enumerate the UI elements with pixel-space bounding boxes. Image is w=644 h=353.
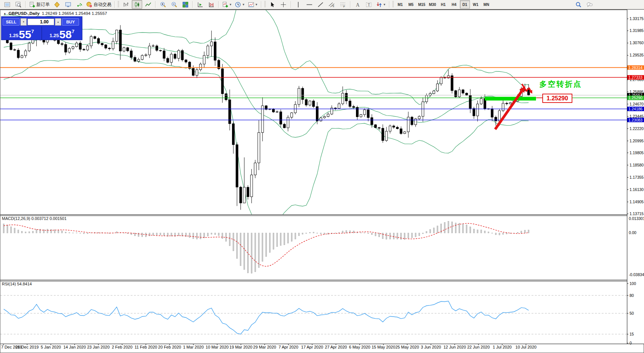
- navigator-button[interactable]: [13, 0, 23, 9]
- periods-button[interactable]: ▼: [234, 0, 246, 9]
- text-tool-button[interactable]: A: [353, 0, 363, 9]
- toolbar-grip[interactable]: [264, 1, 266, 8]
- buy-price-small: 1.25: [50, 33, 59, 38]
- toolbar-grip[interactable]: [392, 1, 394, 8]
- svg-text:15 May 2020: 15 May 2020: [372, 345, 395, 349]
- dropdown-caret-icon[interactable]: ▼: [242, 3, 245, 6]
- timeframe-m5[interactable]: M5: [406, 0, 416, 9]
- horizontal-line-button[interactable]: [304, 0, 315, 9]
- terminal-button[interactable]: [63, 0, 73, 9]
- toolbar-separator: [218, 1, 219, 8]
- cursor-button[interactable]: [267, 0, 278, 9]
- svg-text:1.28314: 1.28314: [628, 65, 643, 70]
- zoom-out-button[interactable]: [169, 0, 179, 9]
- svg-text:27 Apr 2020: 27 Apr 2020: [325, 345, 347, 349]
- price-axis[interactable]: 1.331751.319851.307601.295351.270851.258…: [627, 10, 644, 345]
- svg-text:1.27333: 1.27333: [628, 75, 643, 80]
- buy-price-display[interactable]: 1.25 58 7: [42, 26, 82, 41]
- svg-text:0: 0: [630, 341, 632, 345]
- svg-text:1.31985: 1.31985: [630, 28, 644, 33]
- volume-input[interactable]: 1.00: [27, 19, 54, 25]
- chart-candles-button[interactable]: [132, 0, 142, 9]
- toolbar-grip[interactable]: [118, 1, 119, 8]
- svg-text:5 Jan 2020: 5 Jan 2020: [41, 345, 61, 349]
- indicators-icon: [222, 1, 228, 8]
- svg-text:25 May 2020: 25 May 2020: [395, 345, 419, 349]
- templates-icon: [248, 1, 254, 8]
- indicators-list-button[interactable]: ▼: [221, 0, 233, 9]
- timeframe-d1[interactable]: D1: [460, 0, 470, 9]
- turning-point-annotation[interactable]: 多空转折点: [539, 80, 582, 88]
- chat-button[interactable]: [584, 0, 595, 9]
- metaeditor-icon: [54, 1, 60, 8]
- market-watch-button[interactable]: [2, 0, 12, 9]
- chart-window: 多空转折点1.252901.331751.319851.307601.29535…: [0, 9, 644, 353]
- navigator-icon: [15, 1, 22, 8]
- toolbar-separator: [25, 1, 26, 8]
- templates-button[interactable]: ▼: [247, 0, 259, 9]
- volume-increase-button[interactable]: ▲: [55, 18, 61, 26]
- crosshair-button[interactable]: [278, 0, 289, 9]
- svg-text:14 Jan 2020: 14 Jan 2020: [63, 345, 86, 349]
- signals-icon: [76, 1, 82, 8]
- svg-text:1.18580: 1.18580: [630, 163, 644, 167]
- signals-button[interactable]: [74, 0, 84, 9]
- date-axis[interactable]: 7 Dec 201926 Dec 20195 Jan 202014 Jan 20…: [1, 344, 536, 349]
- symbol-name: GBPUSD-,Daily: [9, 11, 40, 16]
- svg-text:E: E: [333, 5, 334, 7]
- periods-icon: [235, 1, 241, 8]
- trend-up-arrow[interactable]: [495, 86, 525, 129]
- support-zone-rectangle[interactable]: [485, 97, 536, 101]
- candlestick-series: [3, 19, 530, 210]
- svg-text:1.23083: 1.23083: [628, 118, 643, 122]
- timeframe-h4[interactable]: H4: [449, 0, 459, 9]
- svg-text:1.14905: 1.14905: [630, 200, 644, 204]
- text-label-tool-button[interactable]: T: [364, 0, 374, 9]
- svg-text:17 Apr 2020: 17 Apr 2020: [301, 345, 323, 349]
- chart-shift-button[interactable]: [206, 0, 216, 9]
- timeframe-m30[interactable]: M30: [428, 0, 438, 9]
- timeframe-m15[interactable]: M15: [417, 0, 427, 9]
- trendline-button[interactable]: [316, 0, 326, 9]
- new-order-button[interactable]: 新订单: [28, 0, 51, 9]
- new-order-label: 新订单: [36, 1, 50, 8]
- toolbar-separator: [389, 1, 390, 8]
- buy-button[interactable]: BUY: [62, 18, 79, 26]
- dropdown-caret-icon[interactable]: ▼: [229, 3, 232, 6]
- equidistant-channel-button[interactable]: E: [327, 0, 337, 9]
- hline-icon: [306, 1, 313, 8]
- vline-icon: [295, 1, 301, 8]
- sell-price-big: 55: [19, 30, 31, 39]
- sell-price-display[interactable]: 1.25 55 7: [1, 26, 42, 41]
- dropdown-caret-icon[interactable]: ▼: [383, 3, 386, 6]
- sell-button[interactable]: SELL: [3, 18, 20, 26]
- metaeditor-button[interactable]: [52, 0, 62, 9]
- chart-line-button[interactable]: [143, 0, 153, 9]
- volume-decrease-button[interactable]: ▼: [20, 18, 27, 26]
- arrows-tool-button[interactable]: ▼: [375, 0, 387, 9]
- buy-price-sup: 7: [72, 29, 74, 34]
- timeframe-m1[interactable]: M1: [395, 0, 405, 9]
- horizontal-level-lines[interactable]: [0, 68, 627, 120]
- chart-title: ▲ GBPUSD-,Daily 1.26249 1.26654 1.25494 …: [3, 11, 107, 16]
- dropdown-caret-icon[interactable]: ▼: [255, 3, 258, 6]
- zoom-in-button[interactable]: [158, 0, 168, 9]
- svg-text:0.013301: 0.013301: [629, 216, 644, 221]
- chart-bars-button[interactable]: [121, 0, 131, 9]
- vertical-line-button[interactable]: [293, 0, 304, 9]
- timeframe-h1[interactable]: H1: [438, 0, 448, 9]
- svg-text:F: F: [343, 5, 345, 8]
- svg-text:1.30760: 1.30760: [630, 41, 644, 45]
- tile-windows-button[interactable]: [180, 0, 190, 9]
- autotrading-button[interactable]: 自动交易: [85, 0, 112, 9]
- svg-text:100: 100: [630, 281, 636, 286]
- timeframe-w1[interactable]: W1: [471, 0, 481, 9]
- auto-scroll-button[interactable]: [195, 0, 205, 9]
- fibonacci-retracement-button[interactable]: F: [338, 0, 348, 9]
- one-click-panel-toggle[interactable]: ▲: [3, 12, 6, 15]
- search-button[interactable]: [573, 0, 583, 9]
- timeframe-mn[interactable]: MN: [481, 0, 491, 9]
- market-watch-icon: [4, 1, 10, 8]
- svg-text:1.13715: 1.13715: [630, 211, 644, 216]
- svg-text:1.16130: 1.16130: [630, 187, 644, 192]
